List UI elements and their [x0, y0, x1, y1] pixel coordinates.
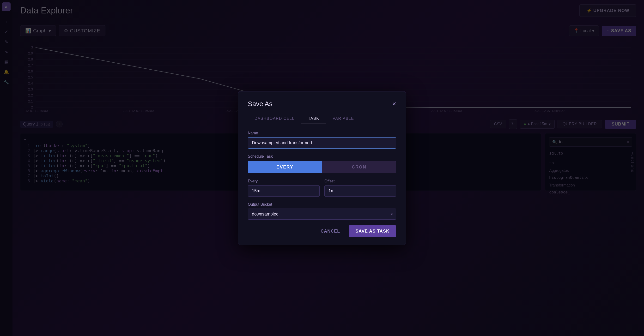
name-input[interactable]	[248, 137, 396, 149]
name-form-group: Name	[248, 131, 396, 149]
tab-variable[interactable]: VARIABLE	[326, 113, 361, 124]
modal-header: Save As ×	[248, 100, 396, 108]
modal-overlay[interactable]: Save As × DASHBOARD CELL TASK VARIABLE N…	[0, 0, 644, 336]
offset-form-group: Offset	[324, 179, 396, 197]
tab-task[interactable]: TASK	[301, 113, 326, 124]
schedule-toggle: EVERY CRON	[248, 161, 396, 173]
schedule-label: Schedule Task	[248, 154, 396, 159]
cron-toggle-button[interactable]: CRON	[322, 161, 396, 173]
offset-input[interactable]	[324, 185, 396, 197]
every-toggle-button[interactable]: EVERY	[248, 161, 322, 173]
offset-label: Offset	[324, 179, 396, 183]
every-offset-row: Every Offset	[248, 179, 396, 197]
modal-footer: CANCEL SAVE AS TASK	[248, 225, 396, 237]
tab-dashboard-cell[interactable]: DASHBOARD CELL	[248, 113, 301, 124]
modal-tabs: DASHBOARD CELL TASK VARIABLE	[248, 113, 396, 124]
every-input[interactable]	[248, 185, 320, 197]
modal-close-button[interactable]: ×	[392, 101, 396, 107]
every-label: Every	[248, 179, 320, 183]
modal-title: Save As	[248, 100, 272, 108]
name-label: Name	[248, 131, 396, 135]
output-bucket-select-wrapper: downsampled system telegraf ▾	[248, 209, 396, 220]
save-as-modal: Save As × DASHBOARD CELL TASK VARIABLE N…	[238, 91, 406, 245]
output-bucket-select[interactable]: downsampled system telegraf	[248, 209, 396, 220]
every-form-group: Every	[248, 179, 320, 197]
cancel-button[interactable]: CANCEL	[316, 225, 345, 237]
output-bucket-form-group: Output Bucket downsampled system telegra…	[248, 202, 396, 220]
output-bucket-label: Output Bucket	[248, 202, 396, 207]
save-as-task-button[interactable]: SAVE AS TASK	[349, 225, 396, 237]
